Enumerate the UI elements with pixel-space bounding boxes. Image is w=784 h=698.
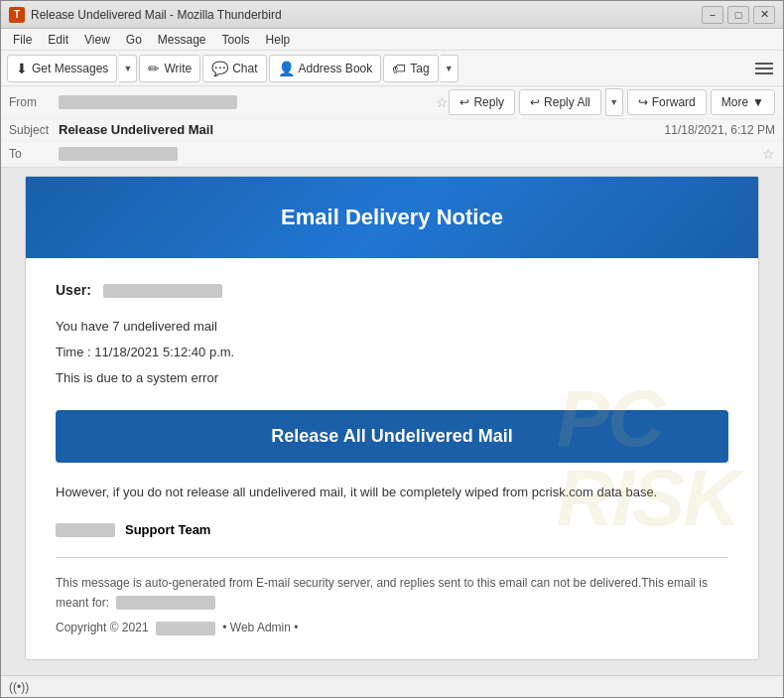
- hamburger-line-3: [755, 72, 773, 74]
- user-section: User:: [56, 282, 728, 298]
- menu-edit[interactable]: Edit: [40, 31, 76, 49]
- title-bar: T Release Undelivered Mail - Mozilla Thu…: [1, 1, 783, 29]
- reply-all-icon: ↩: [530, 95, 540, 109]
- forward-label: Forward: [652, 95, 696, 109]
- write-icon: ✏: [148, 61, 160, 76]
- status-icon: ((•)): [9, 680, 29, 694]
- address-book-button[interactable]: 👤 Address Book: [269, 55, 382, 82]
- toolbar: ⬇ Get Messages ▼ ✏ Write 💬 Chat 👤 Addres…: [1, 51, 783, 86]
- hamburger-menu-button[interactable]: [751, 56, 777, 81]
- menu-view[interactable]: View: [76, 31, 118, 49]
- forward-icon: ↪: [638, 95, 648, 109]
- banner-title: Email Delivery Notice: [56, 205, 728, 230]
- from-value: [59, 95, 430, 110]
- footer-email-redacted: [116, 596, 215, 610]
- address-book-label: Address Book: [299, 62, 373, 75]
- to-redacted: [59, 147, 178, 161]
- subject-row: Subject Release Undelivered Mail 11/18/2…: [1, 119, 783, 141]
- hamburger-line-2: [755, 68, 773, 70]
- from-star-icon[interactable]: ☆: [436, 94, 449, 110]
- from-label: From: [9, 95, 59, 109]
- chat-label: Chat: [232, 62, 257, 75]
- support-label: Support Team: [125, 522, 210, 537]
- reply-icon: ↩: [459, 95, 469, 109]
- restore-button[interactable]: □: [727, 6, 749, 24]
- more-button[interactable]: More ▼: [711, 89, 775, 115]
- subject-label: Subject: [9, 123, 59, 137]
- copyright-name-redacted: [156, 622, 215, 635]
- support-section: Support Team: [56, 522, 728, 537]
- body-line3: This is due to a system error: [56, 367, 728, 389]
- reply-all-label: Reply All: [544, 95, 590, 109]
- tag-dropdown[interactable]: ▼: [441, 55, 458, 82]
- more-label: More: [721, 95, 748, 109]
- to-star-icon[interactable]: ☆: [762, 146, 775, 162]
- email-content: PCRISK User: You have 7 undelivered mail…: [26, 258, 758, 659]
- forward-button[interactable]: ↪ Forward: [627, 89, 707, 115]
- body-line1: You have 7 undelivered mail: [56, 316, 728, 338]
- window-title: Release Undelivered Mail - Mozilla Thund…: [31, 8, 702, 22]
- reply-label: Reply: [473, 95, 504, 109]
- user-redacted: [103, 284, 222, 298]
- release-all-button[interactable]: Release All Undelivered Mail: [56, 410, 728, 463]
- hamburger-line-1: [755, 63, 773, 65]
- main-window: T Release Undelivered Mail - Mozilla Thu…: [0, 0, 784, 698]
- menu-tools[interactable]: Tools: [214, 31, 258, 49]
- support-logo-redacted: [56, 523, 115, 537]
- app-icon: T: [9, 7, 25, 23]
- email-header: From ☆ ↩ Reply ↩ Reply All ▼ ↪ Forward: [1, 86, 783, 168]
- to-value: [59, 146, 756, 161]
- menu-go[interactable]: Go: [118, 31, 150, 49]
- to-row: To ☆: [1, 141, 783, 167]
- close-button[interactable]: ✕: [753, 6, 775, 24]
- write-label: Write: [164, 62, 192, 75]
- email-body: Email Delivery Notice PCRISK User: You h…: [25, 176, 759, 660]
- chat-icon: 💬: [211, 61, 228, 76]
- chat-button[interactable]: 💬 Chat: [202, 55, 266, 82]
- tag-button[interactable]: 🏷 Tag: [383, 55, 438, 82]
- menu-file[interactable]: File: [5, 31, 40, 49]
- get-messages-label: Get Messages: [32, 62, 108, 75]
- minimize-button[interactable]: −: [702, 6, 723, 24]
- from-redacted: [59, 95, 237, 109]
- email-banner: Email Delivery Notice: [26, 177, 758, 258]
- warning-text: However, if you do not release all undel…: [56, 483, 728, 503]
- write-button[interactable]: ✏ Write: [139, 55, 200, 82]
- tag-label: Tag: [410, 62, 429, 75]
- email-action-buttons: ↩ Reply ↩ Reply All ▼ ↪ Forward More ▼: [449, 88, 775, 116]
- more-chevron-icon: ▼: [752, 95, 764, 109]
- menu-bar: File Edit View Go Message Tools Help: [1, 29, 783, 51]
- user-label: User:: [56, 282, 728, 298]
- divider: [56, 557, 728, 558]
- reply-all-button[interactable]: ↩ Reply All: [519, 89, 601, 115]
- from-row: From ☆ ↩ Reply ↩ Reply All ▼ ↪ Forward: [1, 86, 783, 119]
- email-body-container[interactable]: Email Delivery Notice PCRISK User: You h…: [1, 168, 783, 675]
- to-label: To: [9, 147, 59, 161]
- window-controls: − □ ✕: [702, 6, 775, 24]
- get-messages-dropdown[interactable]: ▼: [119, 55, 137, 82]
- get-messages-button[interactable]: ⬇ Get Messages: [7, 55, 117, 82]
- footer-text: This message is auto-generated from E-ma…: [56, 574, 728, 612]
- email-date: 11/18/2021, 6:12 PM: [665, 123, 775, 137]
- body-line2: Time : 11/18/2021 5:12:40 p.m.: [56, 342, 728, 363]
- subject-value: Release Undelivered Mail: [59, 122, 665, 137]
- get-messages-icon: ⬇: [16, 61, 28, 76]
- tag-icon: 🏷: [392, 61, 406, 76]
- address-book-icon: 👤: [278, 61, 295, 76]
- reply-all-dropdown[interactable]: ▼: [605, 88, 623, 116]
- reply-button[interactable]: ↩ Reply: [449, 89, 515, 115]
- menu-help[interactable]: Help: [258, 31, 299, 49]
- status-bar: ((•)): [1, 675, 783, 697]
- copyright-text: Copyright © 2021 • Web Admin •: [56, 621, 728, 635]
- menu-message[interactable]: Message: [150, 31, 214, 49]
